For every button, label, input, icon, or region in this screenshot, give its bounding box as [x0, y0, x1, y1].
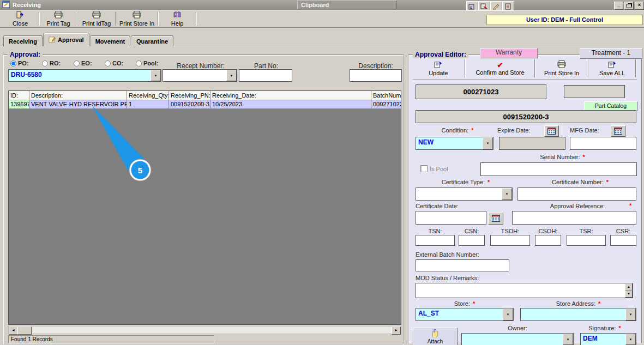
scroll-left-icon[interactable]: ◄: [9, 326, 18, 335]
description-label: Description:: [348, 62, 403, 70]
tsr-input[interactable]: [567, 235, 606, 246]
tab-receiving[interactable]: Receiving: [3, 35, 43, 46]
toolbar-separator: [465, 59, 466, 77]
mfg-date-input[interactable]: [570, 137, 636, 150]
cell-id: 139697: [9, 100, 29, 109]
certificate-type-combo[interactable]: ▼: [416, 187, 513, 201]
clipboard-toolbar-title[interactable]: Clipboard: [297, 1, 396, 9]
external-batch-input[interactable]: [416, 259, 509, 271]
radio-po[interactable]: PO:: [10, 60, 29, 66]
minimize-icon[interactable]: _: [614, 2, 623, 10]
recept-number-combo[interactable]: ▼: [162, 69, 237, 82]
expire-date-calendar-icon[interactable]: [544, 125, 559, 137]
grid-col-receiving-qty[interactable]: Receiving_Qty:: [127, 91, 169, 100]
attach-button[interactable]: Attach: [413, 328, 458, 345]
treatment-tab[interactable]: Treatment - 1: [580, 48, 642, 59]
chevron-down-icon[interactable]: ▼: [226, 70, 237, 81]
chevron-down-icon[interactable]: ▼: [503, 308, 513, 320]
grid-col-receiving-pn[interactable]: Receiving_PN:: [169, 91, 210, 100]
store-combo[interactable]: AL_ST ▼: [416, 308, 514, 321]
print-tag-button[interactable]: Print Tag: [40, 10, 76, 27]
radio-eo[interactable]: EO:: [74, 60, 92, 66]
signature-combo[interactable]: DEM ▼: [580, 333, 636, 345]
radio-ro-input[interactable]: [42, 60, 48, 66]
is-pool-checkbox[interactable]: Is Pool: [420, 165, 448, 172]
serial-number-input[interactable]: [480, 162, 637, 176]
certificate-type-value: [416, 188, 502, 200]
checkbox-icon[interactable]: [420, 165, 428, 172]
window-controls: _ ×: [614, 2, 644, 10]
grid-col-description[interactable]: Description:: [29, 91, 127, 100]
mod-status-scrollbar[interactable]: ▲ ▼: [625, 283, 633, 298]
radio-pool[interactable]: Pool:: [136, 60, 159, 66]
store-label: Store:*: [416, 300, 514, 307]
store-address-combo[interactable]: ▼: [520, 308, 636, 321]
window-title: Receiving: [13, 2, 41, 8]
toolbar-separator: [77, 12, 78, 26]
chevron-down-icon[interactable]: ▼: [483, 137, 493, 149]
save-icon: [434, 61, 442, 69]
approval-reference-input[interactable]: [512, 211, 636, 225]
csoh-label: CSOH:: [535, 228, 561, 234]
radio-eo-input[interactable]: [74, 60, 80, 66]
table-row[interactable]: 139697 VENT VALVE-HYD RESERVOIR PRESSUR …: [9, 100, 401, 109]
close-icon[interactable]: ×: [635, 2, 644, 10]
grid-col-batch-number[interactable]: BatchNumber: [371, 91, 401, 100]
certificate-date-input[interactable]: [416, 211, 486, 225]
cell-receiving-qty: 1: [127, 100, 169, 109]
mod-status-input[interactable]: [416, 283, 633, 298]
receiving-window: Receiving Clipboard s _ × Close Print Ta…: [0, 0, 644, 345]
radio-co-input[interactable]: [105, 60, 111, 66]
print-store-in-button[interactable]: Print Store In: [117, 10, 157, 27]
tab-approval[interactable]: Approval: [43, 33, 89, 46]
update-button[interactable]: Update: [413, 58, 464, 79]
radio-co[interactable]: CO:: [105, 60, 123, 66]
spin-up-icon[interactable]: ▲: [625, 283, 633, 290]
expire-date-input[interactable]: [499, 137, 565, 150]
close-button[interactable]: Close: [2, 10, 38, 27]
certificate-number-input[interactable]: [517, 187, 636, 201]
warranty-button[interactable]: Warranty: [480, 48, 538, 58]
spin-down-icon[interactable]: ▼: [625, 290, 633, 298]
scrollbar-thumb[interactable]: [17, 326, 32, 335]
chevron-down-icon[interactable]: ▼: [502, 188, 512, 200]
chevron-down-icon[interactable]: ▼: [151, 70, 161, 81]
owner-combo[interactable]: ▼: [461, 333, 574, 345]
mfg-date-calendar-icon[interactable]: [611, 125, 625, 137]
order-combo[interactable]: DRU-6580 ▼: [8, 69, 161, 82]
tab-quarantine[interactable]: Quarantine: [131, 35, 173, 46]
approval-tab-icon: [49, 36, 56, 44]
chevron-down-icon[interactable]: ▼: [625, 308, 636, 320]
receiving-grid[interactable]: ID: Description: Receiving_Qty: Receivin…: [8, 90, 401, 325]
grid-horizontal-scrollbar[interactable]: ◄ ►: [8, 326, 401, 334]
radio-pool-input[interactable]: [136, 60, 142, 66]
help-button[interactable]: Help: [159, 10, 195, 27]
csn-input[interactable]: [459, 235, 485, 246]
approval-panel: Approval: PO: RO: EO: CO: Pool: DRU-6580…: [3, 55, 404, 344]
tsn-input[interactable]: [416, 235, 455, 246]
editor-print-store-in-button[interactable]: Print Store In: [536, 58, 587, 79]
chevron-down-icon[interactable]: ▼: [563, 334, 573, 345]
radio-po-input[interactable]: [10, 60, 16, 66]
tsr-label: TSR:: [567, 228, 606, 234]
csoh-input[interactable]: [535, 235, 561, 246]
grid-col-receiving-date[interactable]: Receiving_Date:: [210, 91, 371, 100]
print-idtag-button[interactable]: Print IdTag: [79, 10, 115, 27]
certificate-date-calendar-icon[interactable]: [488, 212, 503, 225]
radio-ro[interactable]: RO:: [42, 60, 61, 66]
condition-combo[interactable]: NEW ▼: [416, 137, 493, 150]
grid-col-id[interactable]: ID:: [9, 91, 29, 100]
description-input[interactable]: [350, 69, 402, 82]
tab-movement[interactable]: Movement: [90, 35, 130, 46]
save-all-button[interactable]: Save ALL: [589, 58, 635, 79]
scroll-right-icon[interactable]: ►: [392, 326, 401, 335]
restore-icon[interactable]: [624, 2, 634, 10]
part-number-display: 0091520200-3: [416, 110, 636, 123]
part-no-label: Part No:: [239, 62, 293, 70]
tsoh-input[interactable]: [490, 235, 530, 246]
part-no-input[interactable]: [239, 69, 292, 82]
csr-input[interactable]: [610, 235, 636, 246]
user-id-banner: User ID: DEM - Full Control: [486, 15, 643, 25]
confirm-and-store-button[interactable]: ✔ Confirm and Store: [466, 58, 534, 79]
chevron-down-icon[interactable]: ▼: [625, 334, 636, 345]
